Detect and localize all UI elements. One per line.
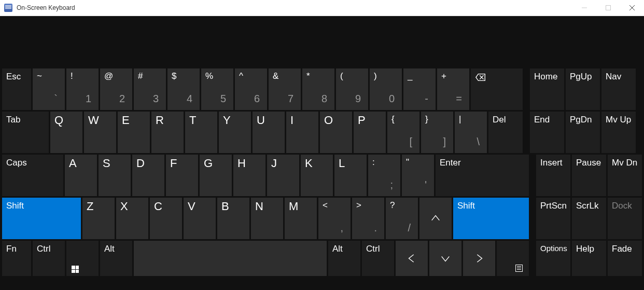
- key-8[interactable]: *8: [302, 68, 334, 110]
- key-r[interactable]: R: [151, 112, 184, 153]
- key-l[interactable]: L: [334, 155, 367, 196]
- key-=[interactable]: +=: [437, 68, 469, 110]
- key-1[interactable]: !1: [66, 68, 99, 110]
- row-5: Fn Ctrl Alt Alt Ctrl Options Help Fade: [2, 241, 642, 276]
- key-i[interactable]: I: [286, 112, 318, 153]
- maximize-button[interactable]: [596, 0, 620, 16]
- arrow-down-icon: [440, 253, 451, 264]
- key-o[interactable]: O: [320, 112, 352, 153]
- key-s[interactable]: S: [99, 155, 131, 196]
- key-win[interactable]: [66, 241, 99, 276]
- key-4[interactable]: $4: [167, 68, 200, 110]
- svg-rect-1: [606, 6, 611, 10]
- key-t[interactable]: T: [185, 112, 217, 153]
- key-scrlk[interactable]: ScrLk: [572, 198, 606, 239]
- key-punct4-0[interactable]: <,: [318, 198, 351, 239]
- key-insert[interactable]: Insert: [536, 155, 570, 196]
- key-0[interactable]: )0: [370, 68, 402, 110]
- key-home[interactable]: Home: [530, 68, 564, 110]
- arrow-left-icon: [406, 253, 417, 264]
- key-c[interactable]: C: [150, 198, 182, 239]
- key-q[interactable]: Q: [50, 112, 82, 153]
- key-backspace[interactable]: [471, 68, 523, 110]
- key-end[interactable]: End: [530, 112, 564, 153]
- key-ctrl-left[interactable]: Ctrl: [33, 241, 65, 276]
- key-6[interactable]: ^6: [235, 68, 267, 110]
- key-w[interactable]: W: [84, 112, 116, 153]
- row-4: Shift ZXCVBNM <,>.?/ Shift PrtScn ScrLk …: [2, 198, 642, 239]
- key-caps[interactable]: Caps: [2, 155, 63, 196]
- key-k[interactable]: K: [301, 155, 333, 196]
- key-y[interactable]: Y: [219, 112, 251, 153]
- key-arrow-right[interactable]: [463, 241, 495, 276]
- key-punct3-1[interactable]: "': [402, 155, 434, 196]
- key-esc[interactable]: Esc: [2, 68, 31, 110]
- key-a[interactable]: A: [65, 155, 97, 196]
- key-options[interactable]: Options: [536, 241, 570, 276]
- key-ctrl-right[interactable]: Ctrl: [362, 241, 394, 276]
- key-context-menu[interactable]: [497, 241, 529, 276]
- key-arrow-left[interactable]: [396, 241, 428, 276]
- key-prtscn[interactable]: PrtScn: [536, 198, 570, 239]
- row-1: Esc ~`!1@2#3$4%5^6&7*8(9)0_-+= Home PgUp…: [2, 68, 642, 110]
- key-space[interactable]: [134, 241, 327, 276]
- key-pgup[interactable]: PgUp: [566, 68, 600, 110]
- key-punct3-0[interactable]: :;: [368, 155, 400, 196]
- row-2: Tab QWERTYUIOP {[}]|\ Del End PgDn Mv Up: [2, 112, 642, 153]
- key-b[interactable]: B: [217, 198, 249, 239]
- minimize-button[interactable]: [572, 0, 596, 16]
- key-v[interactable]: V: [184, 198, 216, 239]
- key-arrow-up[interactable]: [419, 198, 452, 239]
- key-mvup[interactable]: Mv Up: [601, 112, 636, 153]
- key-e[interactable]: E: [118, 112, 150, 153]
- arrow-up-icon: [430, 213, 441, 224]
- key-nav[interactable]: Nav: [601, 68, 636, 110]
- key-u[interactable]: U: [253, 112, 285, 153]
- key-bracket-0[interactable]: {[: [387, 112, 419, 153]
- key-2[interactable]: @2: [100, 68, 132, 110]
- key-x[interactable]: X: [116, 198, 148, 239]
- key-shift-left[interactable]: Shift: [2, 198, 81, 239]
- key-n[interactable]: N: [251, 198, 283, 239]
- key-5[interactable]: %5: [201, 68, 233, 110]
- key-fade[interactable]: Fade: [608, 241, 642, 276]
- key-pause[interactable]: Pause: [572, 155, 606, 196]
- key-enter[interactable]: Enter: [436, 155, 529, 196]
- arrow-right-icon: [473, 253, 485, 264]
- key-punct4-2[interactable]: ?/: [386, 198, 418, 239]
- key-alt-right[interactable]: Alt: [328, 241, 360, 276]
- key--[interactable]: _-: [403, 68, 436, 110]
- key-bracket-1[interactable]: }]: [421, 112, 453, 153]
- top-spacer: [0, 16, 644, 68]
- key-7[interactable]: &7: [269, 68, 301, 110]
- row-3: Caps ASDFGHJKL :;"' Enter Insert Pause M…: [2, 155, 642, 196]
- key-mvdn[interactable]: Mv Dn: [608, 155, 642, 196]
- key-arrow-down[interactable]: [429, 241, 461, 276]
- key-fn[interactable]: Fn: [2, 241, 31, 276]
- key-bracket-2[interactable]: |\: [455, 112, 487, 153]
- key-h[interactable]: H: [233, 155, 265, 196]
- key-9[interactable]: (9: [336, 68, 368, 110]
- close-button[interactable]: [620, 0, 644, 16]
- key-del[interactable]: Del: [488, 112, 523, 153]
- key-d[interactable]: D: [132, 155, 164, 196]
- titlebar: On-Screen Keyboard: [0, 0, 644, 16]
- key-tab[interactable]: Tab: [2, 112, 49, 153]
- app-icon: [4, 4, 12, 12]
- key-z[interactable]: Z: [82, 198, 115, 239]
- key-g[interactable]: G: [200, 155, 232, 196]
- key-3[interactable]: #3: [134, 68, 166, 110]
- key-shift-right[interactable]: Shift: [453, 198, 529, 239]
- key-alt-left[interactable]: Alt: [100, 241, 132, 276]
- windows-icon: [72, 266, 79, 273]
- backspace-icon: [475, 72, 486, 83]
- key-m[interactable]: M: [285, 198, 317, 239]
- key-dock[interactable]: Dock: [608, 198, 642, 239]
- key-`[interactable]: ~`: [33, 68, 65, 110]
- key-f[interactable]: F: [166, 155, 198, 196]
- key-p[interactable]: P: [354, 112, 386, 153]
- key-punct4-1[interactable]: >.: [352, 198, 384, 239]
- key-pgdn[interactable]: PgDn: [566, 112, 600, 153]
- key-help[interactable]: Help: [572, 241, 606, 276]
- key-j[interactable]: J: [267, 155, 299, 196]
